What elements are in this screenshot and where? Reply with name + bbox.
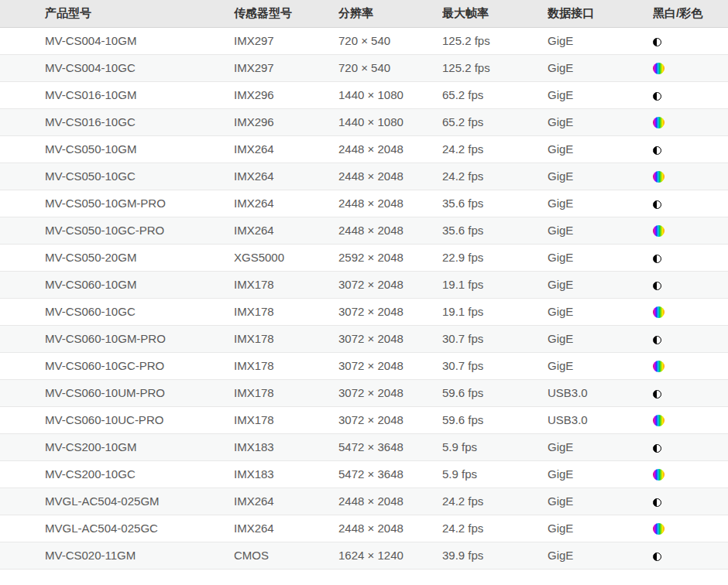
cell-data-interface: GigE (548, 488, 653, 515)
mono-half-circle-icon (653, 92, 661, 101)
mono-half-circle-icon (653, 282, 661, 290)
cell-data-interface: GigE (548, 460, 653, 488)
cell-data-interface: USB3.0 (548, 406, 653, 433)
color-spectrum-circle-icon (653, 306, 664, 318)
cell-product-model: MV-CS060-10GC-PRO (0, 352, 234, 379)
cell-sensor-model: IMX183 (234, 460, 338, 488)
cell-data-interface: GigE (548, 81, 653, 108)
mono-half-circle-icon (653, 444, 661, 453)
cell-sensor-model: IMX264 (234, 217, 338, 244)
cell-product-model: MV-CS016-10GC (0, 108, 234, 135)
cell-product-model: MV-CS060-10GM-PRO (0, 325, 234, 352)
cell-resolution: 1624 × 1240 (338, 542, 442, 569)
cell-color-mode (653, 81, 728, 108)
cell-sensor-model: IMX296 (234, 81, 338, 108)
cell-color-mode (653, 108, 728, 135)
cell-data-interface: GigE (548, 162, 653, 190)
cell-sensor-model: IMX264 (234, 190, 338, 217)
cell-product-model: MV-CS020-11GM (0, 542, 234, 569)
cell-max-framerate: 22.9 fps (442, 244, 548, 271)
cell-resolution: 3072 × 2048 (338, 325, 442, 352)
cell-resolution: 1440 × 1080 (338, 108, 442, 135)
cell-sensor-model: IMX178 (234, 271, 338, 298)
cell-color-mode (653, 515, 728, 542)
cell-sensor-model: IMX264 (234, 135, 338, 162)
cell-product-model: MVGL-AC504-025GM (0, 488, 234, 515)
cell-data-interface: USB3.0 (548, 379, 653, 406)
cell-data-interface: GigE (548, 352, 653, 379)
col-header-product-model: 产品型号 (0, 0, 234, 27)
cell-color-mode (653, 488, 728, 515)
cell-resolution: 2448 × 2048 (338, 190, 442, 217)
table-row: MV-CS050-10GC IMX264 2448 × 2048 24.2 fp… (0, 162, 728, 190)
camera-spec-table: 产品型号 传感器型号 分辨率 最大帧率 数据接口 黑白/彩色 MV-CS004-… (0, 0, 728, 570)
cell-sensor-model: IMX264 (234, 162, 338, 190)
cell-resolution: 3072 × 2048 (338, 352, 442, 379)
table-row: MV-CS060-10UC-PRO IMX178 3072 × 2048 59.… (0, 406, 728, 433)
cell-max-framerate: 30.7 fps (442, 325, 548, 352)
cell-sensor-model: IMX178 (234, 298, 338, 325)
cell-sensor-model: IMX178 (234, 352, 338, 379)
mono-half-circle-icon (653, 552, 661, 561)
cell-max-framerate: 59.6 fps (442, 406, 548, 433)
cell-color-mode (653, 379, 728, 406)
table-row: MV-CS050-10GC-PRO IMX264 2448 × 2048 35.… (0, 217, 728, 244)
table-row: MV-CS060-10GM IMX178 3072 × 2048 19.1 fp… (0, 271, 728, 298)
color-spectrum-circle-icon (653, 415, 664, 426)
cell-data-interface: GigE (548, 108, 653, 135)
cell-product-model: MV-CS200-10GC (0, 460, 234, 488)
cell-data-interface: GigE (548, 542, 653, 569)
cell-max-framerate: 24.2 fps (442, 162, 548, 190)
color-spectrum-circle-icon (653, 225, 664, 237)
cell-product-model: MV-CS050-10GC-PRO (0, 217, 234, 244)
cell-data-interface: GigE (548, 54, 653, 81)
cell-data-interface: GigE (548, 325, 653, 352)
cell-sensor-model: CMOS (234, 542, 338, 569)
cell-color-mode (653, 27, 728, 54)
color-spectrum-circle-icon (653, 171, 664, 183)
table-row: MV-CS004-10GM IMX297 720 × 540 125.2 fps… (0, 27, 728, 54)
cell-data-interface: GigE (548, 271, 653, 298)
cell-max-framerate: 35.6 fps (442, 190, 548, 217)
cell-color-mode (653, 298, 728, 325)
table-row: MV-CS060-10GC IMX178 3072 × 2048 19.1 fp… (0, 298, 728, 325)
color-spectrum-circle-icon (653, 469, 664, 481)
cell-data-interface: GigE (548, 190, 653, 217)
cell-sensor-model: IMX264 (234, 488, 338, 515)
color-spectrum-circle-icon (653, 523, 664, 535)
cell-data-interface: GigE (548, 27, 653, 54)
cell-sensor-model: XGS5000 (234, 244, 338, 271)
cell-product-model: MV-CS050-10GM-PRO (0, 190, 234, 217)
cell-resolution: 2448 × 2048 (338, 135, 442, 162)
cell-resolution: 720 × 540 (338, 27, 442, 54)
cell-color-mode (653, 352, 728, 379)
cell-sensor-model: IMX178 (234, 325, 338, 352)
cell-resolution: 1440 × 1080 (338, 81, 442, 108)
table-body: MV-CS004-10GM IMX297 720 × 540 125.2 fps… (0, 27, 728, 569)
cell-color-mode (653, 244, 728, 271)
cell-max-framerate: 125.2 fps (442, 54, 548, 81)
cell-color-mode (653, 325, 728, 352)
table-row: MV-CS050-10GM-PRO IMX264 2448 × 2048 35.… (0, 190, 728, 217)
cell-resolution: 5472 × 3648 (338, 433, 442, 460)
cell-color-mode (653, 190, 728, 217)
table-row: MV-CS050-20GM XGS5000 2592 × 2048 22.9 f… (0, 244, 728, 271)
cell-sensor-model: IMX183 (234, 433, 338, 460)
cell-product-model: MV-CS060-10GM (0, 271, 234, 298)
cell-resolution: 5472 × 3648 (338, 460, 442, 488)
cell-data-interface: GigE (548, 298, 653, 325)
cell-max-framerate: 65.2 fps (442, 108, 548, 135)
mono-half-circle-icon (653, 200, 661, 209)
cell-max-framerate: 5.9 fps (442, 460, 548, 488)
cell-max-framerate: 125.2 fps (442, 27, 548, 54)
table-header-row: 产品型号 传感器型号 分辨率 最大帧率 数据接口 黑白/彩色 (0, 0, 728, 27)
cell-resolution: 3072 × 2048 (338, 298, 442, 325)
cell-max-framerate: 19.1 fps (442, 271, 548, 298)
cell-product-model: MV-CS200-10GM (0, 433, 234, 460)
mono-half-circle-icon (653, 38, 661, 46)
cell-color-mode (653, 271, 728, 298)
cell-max-framerate: 30.7 fps (442, 352, 548, 379)
color-spectrum-circle-icon (653, 117, 664, 128)
table-row: MV-CS020-11GM CMOS 1624 × 1240 39.9 fps … (0, 542, 728, 569)
col-header-mono-or-color: 黑白/彩色 (653, 0, 728, 27)
